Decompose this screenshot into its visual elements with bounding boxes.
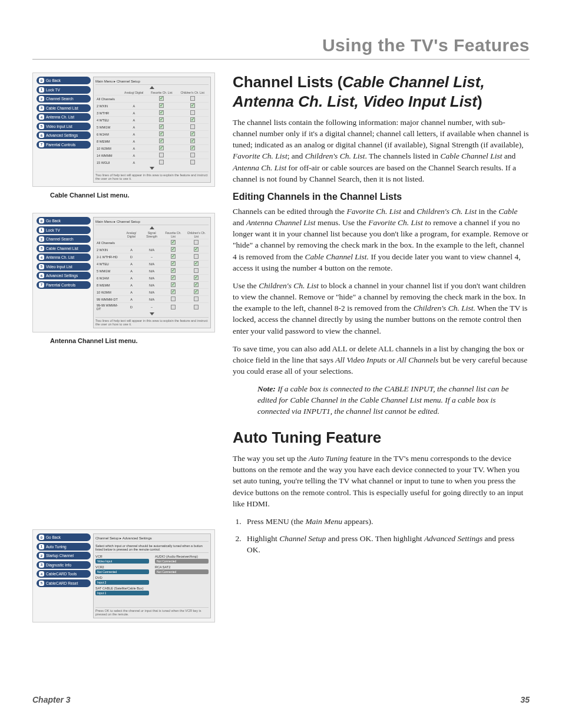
para: The channel lists contain the following … — [233, 117, 530, 185]
left-column: 0Go Back1Lock TV2Channel Search3Cable Ch… — [32, 73, 215, 627]
menu-button: 3Diagnostic Info — [37, 561, 91, 569]
help-text: Two lines of help text will appear in th… — [95, 317, 209, 326]
help-text: Two lines of help text will appear in th… — [95, 172, 209, 180]
menu-button: 2Channel Search — [37, 95, 91, 103]
page-footer: Chapter 3 35 — [32, 695, 530, 704]
para: Use the Children's Ch. List to block a c… — [233, 280, 530, 337]
menu-button: 7Parental Controls — [37, 281, 91, 289]
right-column: Channel Lists (Cable Channel List, Anten… — [233, 73, 530, 627]
breadcrumb: Channel Setup ▸ Advanced Settings — [95, 536, 209, 542]
steps-list: Press MENU (the Main Menu appears). High… — [243, 516, 530, 555]
menu-button: 5Video Input List — [37, 263, 91, 271]
section-title-auto-tuning: Auto Tuning Feature — [233, 428, 530, 447]
footer-chapter: Chapter 3 — [32, 695, 71, 704]
section-title-channel-lists: Channel Lists (Cable Channel List, Anten… — [233, 73, 530, 111]
sub-title-editing: Editing Channels in the Channel Lists — [233, 192, 530, 202]
menu-button: 1Auto Tuning — [37, 543, 91, 551]
menu-button: 5CableCARD Reset — [37, 579, 91, 587]
para: The way you set up the Auto Tuning featu… — [233, 453, 530, 509]
menu-button: 4Antenna Ch. List — [37, 113, 91, 121]
menu-button: 6Advanced Settings — [37, 131, 91, 139]
menu-button: 4Antenna Ch. List — [37, 253, 91, 261]
menu-button: 6Advanced Settings — [37, 272, 91, 279]
help-text: Press OK to select the channel or input … — [95, 607, 209, 616]
para: To save time, you can also add ALL or de… — [233, 343, 530, 377]
menu-button: 2Startup Channel — [37, 552, 91, 559]
page-header: Using the TV's Features — [32, 35, 530, 60]
menu-button: 0Go Back — [37, 77, 91, 84]
list-item: Press MENU (the Main Menu appears). — [243, 516, 530, 527]
menu-button: 1Lock TV — [37, 86, 91, 94]
caption-cable: Cable Channel List menu. — [50, 192, 215, 199]
menu-button: 1Lock TV — [37, 226, 91, 234]
caption-antenna: Antenna Channel List menu. — [50, 337, 215, 344]
menu-button: 5Video Input List — [37, 123, 91, 130]
intro-text: Select which input or channel should be … — [95, 543, 209, 553]
menu-button: 2Channel Search — [37, 235, 91, 243]
breadcrumb: Main Menu ▸ Channel Setup — [95, 219, 209, 225]
list-item: Highlight Channel Setup and press OK. Th… — [243, 533, 530, 555]
menu-button: 3Cable Channel List — [37, 245, 91, 252]
breadcrumb: Main Menu ▸ Channel Setup — [95, 79, 209, 85]
footer-page: 35 — [520, 695, 530, 704]
menu-button: 0Go Back — [37, 217, 91, 225]
menu-button: 3Cable Channel List — [37, 104, 91, 112]
menu-button: 0Go Back — [37, 533, 91, 541]
advanced-settings-screenshot: 0Go Back1Auto Tuning2Startup Channel3Dia… — [32, 529, 215, 622]
para: Channels can be edited through the Favor… — [233, 206, 530, 274]
note-block: Note: If a cable box is connected to the… — [257, 383, 530, 417]
menu-button: 7Parental Controls — [37, 141, 91, 149]
antenna-channel-list-screenshot: 0Go Back1Lock TV2Channel Search3Cable Ch… — [32, 213, 215, 332]
menu-button: 4CableCARD Tools — [37, 570, 91, 578]
cable-channel-list-screenshot: 0Go Back1Lock TV2Channel Search3Cable Ch… — [32, 73, 215, 187]
